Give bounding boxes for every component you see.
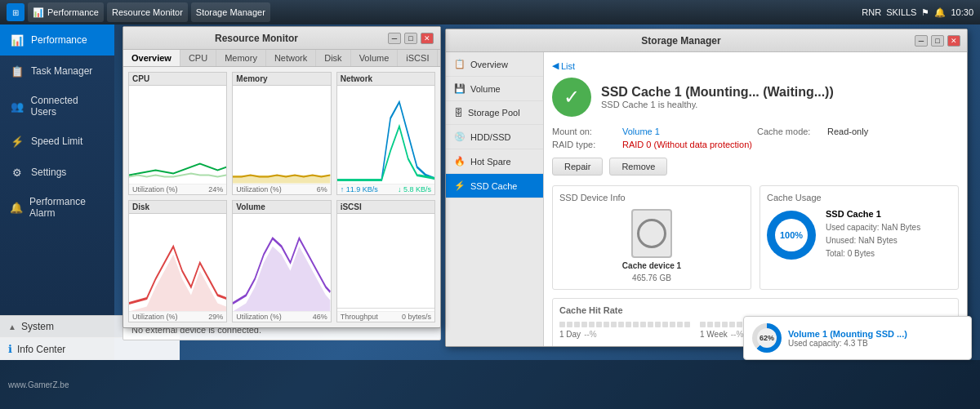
network-label: Network	[337, 73, 434, 86]
taskbar-skills: SKILLS	[886, 7, 916, 17]
remove-button[interactable]: Remove	[609, 158, 667, 176]
hit-1week-value: --%	[731, 330, 744, 339]
hdd-nav-icon: 💿	[454, 131, 466, 142]
storage-nav-hdd[interactable]: 💿 HDD/SSD	[446, 125, 543, 149]
sidebar-label-settings: Settings	[31, 167, 66, 178]
performance-icon: 📊	[10, 33, 24, 47]
cache-mode-label: Cache mode:	[757, 127, 822, 136]
device-info-title: SSD Device Info	[559, 193, 744, 202]
info-center-label: Info Center	[17, 344, 65, 355]
speed-limit-icon: ⚡	[10, 134, 24, 149]
hit-1day-dots	[559, 322, 690, 327]
volume-util-label: Utilization (%)	[236, 313, 282, 321]
resmon-titlebar: Resource Monitor ─ □ ✕	[123, 27, 440, 50]
disk-util-label: Utilization (%)	[132, 313, 178, 321]
ssd-details: Mount on: Volume 1 Cache mode: Read-only…	[552, 127, 959, 149]
storage-nav-pool[interactable]: 🗄 Storage Pool	[446, 101, 543, 125]
cache-used: Used capacity: NaN Bytes	[826, 221, 920, 234]
disk-util-value: 29%	[208, 313, 223, 321]
start-icon: ⊞	[12, 8, 19, 17]
resmon-maximize-btn[interactable]: □	[404, 33, 417, 44]
storage-nav-ssdcache[interactable]: ⚡ SSD Cache	[446, 174, 543, 198]
taskbar-item-perf[interactable]: 📊 Performance	[28, 2, 104, 22]
storage-used-label: Used capacity: 4.3 TB	[788, 339, 907, 348]
detail-mount: Mount on: Volume 1	[552, 127, 754, 136]
memory-footer: Utilization (%) 6%	[233, 184, 330, 194]
hotspare-nav-label: Hot Spare	[470, 157, 511, 167]
cache-mode-value: Read-only	[827, 127, 868, 136]
taskbar-item-storage[interactable]: Storage Manager	[191, 2, 270, 22]
tab-disk[interactable]: Disk	[316, 50, 350, 66]
storage-maximize-btn[interactable]: □	[931, 35, 944, 47]
hdd-icon	[631, 209, 672, 258]
checkmark-icon: ✓	[564, 86, 580, 109]
pool-nav-label: Storage Pool	[468, 108, 520, 118]
resmon-tabs: Overview CPU Memory Network Disk Volume …	[123, 50, 440, 67]
storage-controls: ─ □ ✕	[915, 35, 960, 47]
taskbar-resmon-label: Resource Monitor	[112, 7, 183, 17]
system-expand-icon: ▲	[8, 322, 16, 331]
resmon-controls: ─ □ ✕	[388, 33, 434, 44]
taskbar-perf-label: Performance	[47, 7, 99, 17]
iscsi-throughput-value: 0 bytes/s	[402, 313, 431, 321]
info-center-section[interactable]: ℹ Info Center	[0, 338, 180, 360]
back-label: List	[561, 61, 575, 71]
sidebar-label-connected-users: Connected Users	[31, 95, 105, 118]
hit-1day-label: 1 Day	[559, 330, 581, 339]
iscsi-chart-area	[337, 214, 434, 312]
storage-body: 📋 Overview 💾 Volume 🗄 Storage Pool 💿 HDD…	[446, 52, 967, 346]
system-label: System	[21, 321, 54, 332]
ssd-header: ✓ SSD Cache 1 (Mounting... (Waiting...))…	[552, 78, 959, 117]
taskbar-item-resmon[interactable]: Resource Monitor	[107, 2, 188, 22]
sidebar-item-settings[interactable]: ⚙ Settings	[0, 157, 114, 188]
sidebar-label-performance: Performance	[31, 34, 87, 46]
storage-donut-value: 62%	[760, 334, 774, 342]
ssd-title-area: SSD Cache 1 (Mounting... (Waiting...)) S…	[601, 85, 834, 109]
tab-volume[interactable]: Volume	[351, 50, 399, 66]
hit-1day-value: --%	[584, 330, 597, 339]
cache-percentage: 100%	[780, 230, 803, 240]
storage-close-btn[interactable]: ✕	[947, 35, 960, 47]
ssd-status-text: SSD Cache 1 is healthy.	[601, 100, 834, 109]
storage-nav-hotspare[interactable]: 🔥 Hot Spare	[446, 149, 543, 174]
cpu-chart: CPU Utilization (%) 24%	[128, 72, 227, 195]
taskbar-bell: 🔔	[934, 7, 946, 18]
taskbar-perf-icon: 📊	[33, 7, 44, 18]
repair-button[interactable]: Repair	[552, 158, 603, 176]
storage-nav-volume[interactable]: 💾 Volume	[446, 77, 543, 101]
ssd-actions: Repair Remove	[552, 158, 959, 176]
memory-label: Memory	[233, 73, 330, 86]
device-size: 465.76 GB	[632, 273, 671, 282]
memory-util-value: 6%	[317, 185, 327, 193]
tab-cpu[interactable]: CPU	[180, 50, 216, 66]
sidebar-label-task-manager: Task Manager	[31, 65, 92, 77]
tab-overview[interactable]: Overview	[123, 50, 180, 66]
start-button[interactable]: ⊞	[7, 3, 24, 21]
sidebar-item-connected-users[interactable]: 👥 Connected Users	[0, 87, 114, 126]
sidebar-label-speed-limit: Speed Limit	[31, 136, 82, 147]
volume-nav-label: Volume	[470, 84, 501, 94]
disk-label: Disk	[129, 201, 226, 214]
task-manager-icon: 📋	[10, 64, 24, 78]
taskbar: ⊞ 📊 Performance Resource Monitor Storage…	[0, 0, 980, 24]
storage-minimize-btn[interactable]: ─	[915, 35, 928, 47]
volume-util-value: 46%	[313, 313, 327, 321]
sidebar-item-task-manager[interactable]: 📋 Task Manager	[0, 56, 114, 87]
hotspare-nav-icon: 🔥	[454, 156, 466, 167]
panels-row: SSD Device Info Cache device 1 465.76 GB…	[552, 185, 959, 290]
sidebar-item-performance[interactable]: 📊 Performance	[0, 24, 114, 56]
sidebar-item-alarm[interactable]: 🔔 Performance Alarm	[0, 188, 114, 227]
tab-network[interactable]: Network	[266, 50, 316, 66]
tab-iscsi[interactable]: iSCSI	[398, 50, 438, 66]
memory-chart-area	[233, 86, 330, 184]
storage-nav-overview[interactable]: 📋 Overview	[446, 52, 543, 77]
resmon-minimize-btn[interactable]: ─	[388, 33, 401, 44]
back-link[interactable]: ◀ List	[552, 60, 959, 71]
cpu-util-label: Utilization (%)	[132, 185, 178, 193]
resmon-close-btn[interactable]: ✕	[421, 33, 434, 44]
storage-sidebar: 📋 Overview 💾 Volume 🗄 Storage Pool 💿 HDD…	[446, 52, 544, 346]
disk-chart: Disk Utilization (%) 29%	[128, 200, 227, 323]
tab-memory[interactable]: Memory	[216, 50, 266, 66]
alarm-icon: 🔔	[10, 200, 23, 215]
sidebar-item-speed-limit[interactable]: ⚡ Speed Limit	[0, 126, 114, 157]
